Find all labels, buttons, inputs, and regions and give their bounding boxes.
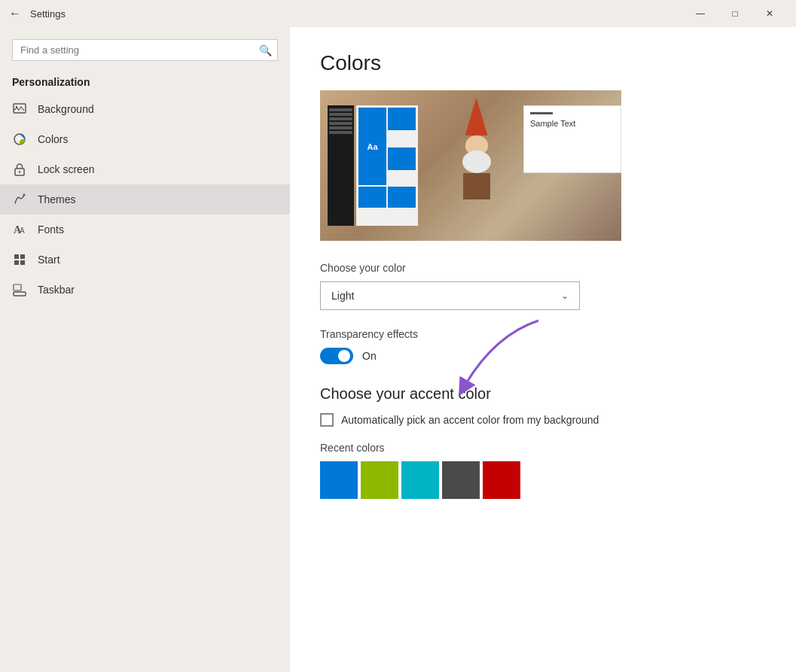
- preview-bar-4: [329, 122, 352, 125]
- start-icon: [12, 252, 27, 267]
- sidebar-label-fonts: Fonts: [38, 223, 64, 236]
- choose-color-heading: Choose your color: [320, 262, 766, 274]
- svg-rect-9: [14, 254, 19, 259]
- app-body: 🔍 Personalization Background: [0, 27, 796, 672]
- title-bar: ← Settings — □ ✕: [0, 0, 796, 27]
- fonts-icon: A A: [12, 222, 27, 237]
- sidebar-item-fonts[interactable]: A A Fonts: [0, 214, 290, 245]
- swatch-red[interactable]: [483, 461, 520, 499]
- sidebar-item-lock-screen[interactable]: Lock screen: [0, 154, 290, 184]
- toggle-knob: [338, 350, 350, 362]
- colors-icon: [12, 132, 27, 147]
- sidebar-item-taskbar[interactable]: Taskbar: [0, 275, 290, 305]
- dropdown-value: Light: [331, 290, 354, 302]
- taskbar-icon: [12, 282, 27, 297]
- preview-bar-2: [329, 113, 352, 116]
- swatch-blue[interactable]: [320, 461, 358, 499]
- back-icon[interactable]: ←: [9, 7, 21, 20]
- search-input[interactable]: [12, 39, 278, 61]
- sample-text-bar: [530, 112, 553, 114]
- sidebar-item-colors[interactable]: Colors: [0, 124, 290, 154]
- windows-preview: Aa: [328, 105, 418, 226]
- sidebar-label-start: Start: [38, 254, 60, 266]
- maximize-button[interactable]: □: [718, 2, 752, 25]
- gnome-hat: [465, 98, 488, 135]
- sidebar-label-background: Background: [38, 103, 94, 115]
- sidebar-label-colors: Colors: [38, 133, 68, 145]
- tile-aa: Aa: [358, 108, 386, 185]
- preview-bar-3: [329, 117, 352, 120]
- window-title: Settings: [30, 8, 66, 20]
- svg-rect-10: [20, 254, 25, 259]
- transparency-state: On: [362, 350, 377, 362]
- svg-rect-12: [20, 260, 25, 265]
- tile-1: [388, 108, 416, 130]
- svg-point-5: [19, 171, 20, 172]
- svg-point-6: [23, 194, 26, 196]
- preview-tiles: Aa: [356, 105, 418, 226]
- preview-area: Aa Sample Text: [320, 90, 621, 241]
- gnome-figure: [456, 98, 497, 203]
- background-icon: [12, 102, 27, 117]
- sidebar-label-taskbar: Taskbar: [38, 284, 75, 296]
- recent-colors-label: Recent colors: [320, 442, 766, 454]
- svg-text:A: A: [20, 227, 25, 235]
- page-title: Colors: [320, 51, 766, 75]
- gnome-body: [463, 173, 490, 199]
- auto-pick-label: Automatically pick an accent color from …: [341, 414, 599, 426]
- themes-icon: [12, 192, 27, 207]
- minimize-button[interactable]: —: [683, 2, 718, 25]
- toggle-row: On: [320, 348, 766, 364]
- auto-pick-checkbox[interactable]: [320, 413, 334, 427]
- svg-rect-14: [14, 284, 21, 290]
- chevron-down-icon: ⌄: [561, 290, 569, 301]
- swatch-teal[interactable]: [401, 461, 439, 499]
- close-button[interactable]: ✕: [752, 2, 787, 25]
- sidebar-label-lock-screen: Lock screen: [38, 163, 94, 175]
- svg-point-1: [16, 106, 17, 108]
- preview-bar-6: [329, 131, 352, 134]
- preview-bar-1: [329, 108, 352, 111]
- auto-pick-row: Automatically pick an accent color from …: [320, 413, 766, 427]
- transparency-section: Transparency effects On: [320, 328, 766, 364]
- search-icon: 🔍: [259, 44, 272, 56]
- preview-sidebar: [328, 105, 354, 226]
- sidebar-item-themes[interactable]: Themes: [0, 184, 290, 214]
- sidebar-section-title: Personalization: [0, 70, 290, 94]
- tile-3: [358, 187, 386, 208]
- sidebar-label-themes: Themes: [38, 193, 76, 205]
- transparency-toggle[interactable]: [320, 348, 353, 364]
- color-dropdown[interactable]: Light ⌄: [320, 281, 580, 310]
- swatch-gray[interactable]: [442, 461, 480, 499]
- sidebar-item-start[interactable]: Start: [0, 245, 290, 275]
- title-bar-left: ← Settings: [9, 7, 66, 20]
- sample-text-box: Sample Text: [523, 105, 621, 173]
- sample-text-label: Sample Text: [530, 119, 615, 128]
- color-swatches: [320, 461, 766, 499]
- tile-2: [388, 147, 416, 170]
- sidebar-item-background[interactable]: Background: [0, 94, 290, 124]
- sidebar: 🔍 Personalization Background: [0, 27, 290, 672]
- svg-rect-11: [14, 260, 19, 265]
- svg-point-3: [18, 138, 21, 141]
- gnome-beard: [462, 151, 491, 173]
- lock-icon: [12, 162, 27, 177]
- sidebar-search-container: 🔍: [12, 39, 278, 61]
- svg-rect-13: [14, 292, 26, 296]
- transparency-label: Transparency effects: [320, 328, 766, 340]
- accent-color-heading: Choose your accent color: [320, 385, 766, 403]
- tile-4: [388, 187, 416, 208]
- preview-bar-5: [329, 126, 352, 129]
- content-area: Colors Aa: [290, 27, 796, 672]
- swatch-green[interactable]: [361, 461, 398, 499]
- window-controls: — □ ✕: [683, 2, 787, 25]
